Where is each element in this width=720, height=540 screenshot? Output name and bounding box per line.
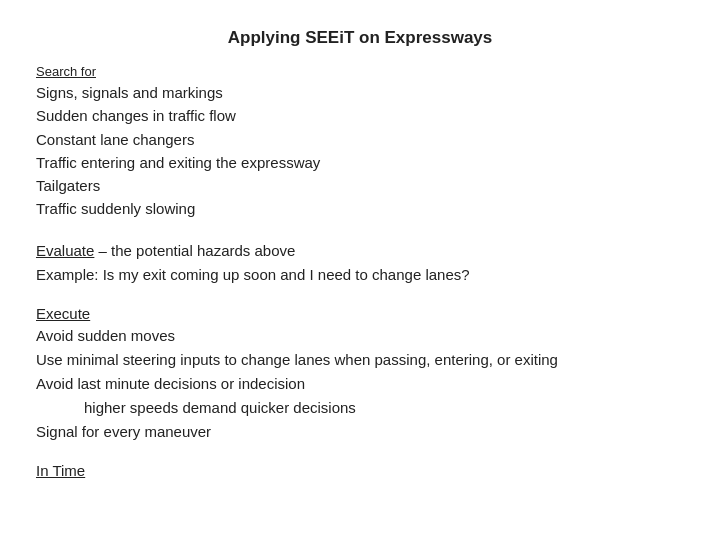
execute-list: Avoid sudden movesUse minimal steering i…	[36, 324, 684, 444]
evaluate-example: Example: Is my exit coming up soon and I…	[36, 263, 684, 287]
evaluate-label: Evaluate	[36, 242, 94, 259]
list-item: Constant lane changers	[36, 128, 684, 151]
list-item: Signs, signals and markings	[36, 81, 684, 104]
search-for-label: Search for	[36, 64, 684, 79]
list-item: Sudden changes in traffic flow	[36, 104, 684, 127]
list-item: higher speeds demand quicker decisions	[36, 396, 684, 420]
evaluate-line1: Evaluate – the potential hazards above	[36, 239, 684, 263]
list-item: Tailgaters	[36, 174, 684, 197]
in-time-label: In Time	[36, 462, 85, 479]
evaluate-dash: – the potential hazards above	[94, 242, 295, 259]
execute-label: Execute	[36, 305, 684, 322]
page-title: Applying SEEiT on Expressways	[36, 28, 684, 48]
list-item: Use minimal steering inputs to change la…	[36, 348, 684, 372]
list-item: Traffic suddenly slowing	[36, 197, 684, 220]
search-list: Signs, signals and markingsSudden change…	[36, 81, 684, 221]
page-container: Applying SEEiT on Expressways Search for…	[0, 0, 720, 540]
list-item: Avoid sudden moves	[36, 324, 684, 348]
evaluate-section: Evaluate – the potential hazards above E…	[36, 239, 684, 287]
in-time-section: In Time	[36, 462, 684, 479]
list-item: Avoid last minute decisions or indecisio…	[36, 372, 684, 396]
list-item: Traffic entering and exiting the express…	[36, 151, 684, 174]
execute-section: Execute Avoid sudden movesUse minimal st…	[36, 305, 684, 444]
list-item: Signal for every maneuver	[36, 420, 684, 444]
